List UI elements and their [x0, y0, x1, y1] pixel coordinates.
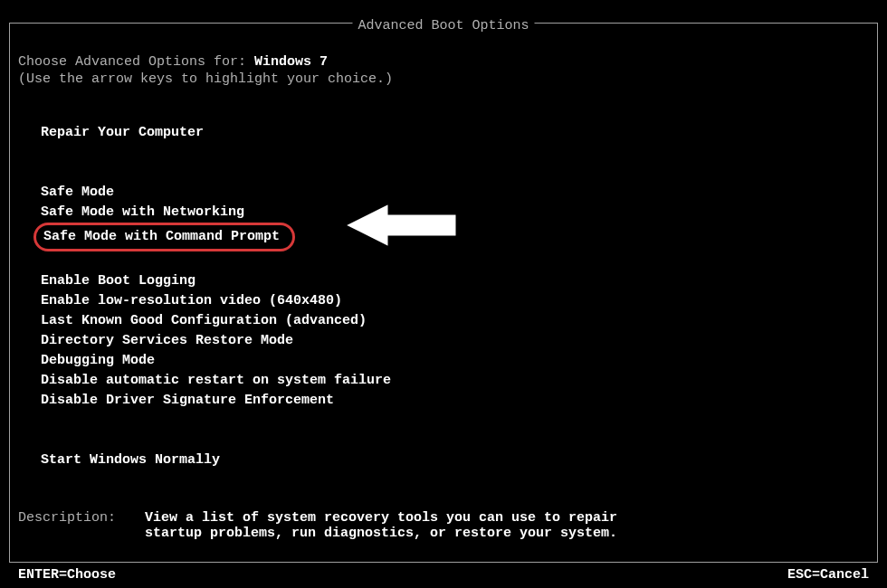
page-title: Advanced Boot Options: [352, 18, 534, 33]
screen-frame: [9, 23, 878, 563]
option-safe-mode-cmd[interactable]: Safe Mode with Command Prompt: [33, 223, 295, 251]
footer-bar: ENTER=Choose ESC=Cancel: [18, 567, 869, 583]
highlighted-option-wrap: Safe Mode with Command Prompt: [41, 223, 295, 251]
footer-enter: ENTER=Choose: [18, 567, 116, 583]
footer-esc: ESC=Cancel: [787, 567, 869, 583]
